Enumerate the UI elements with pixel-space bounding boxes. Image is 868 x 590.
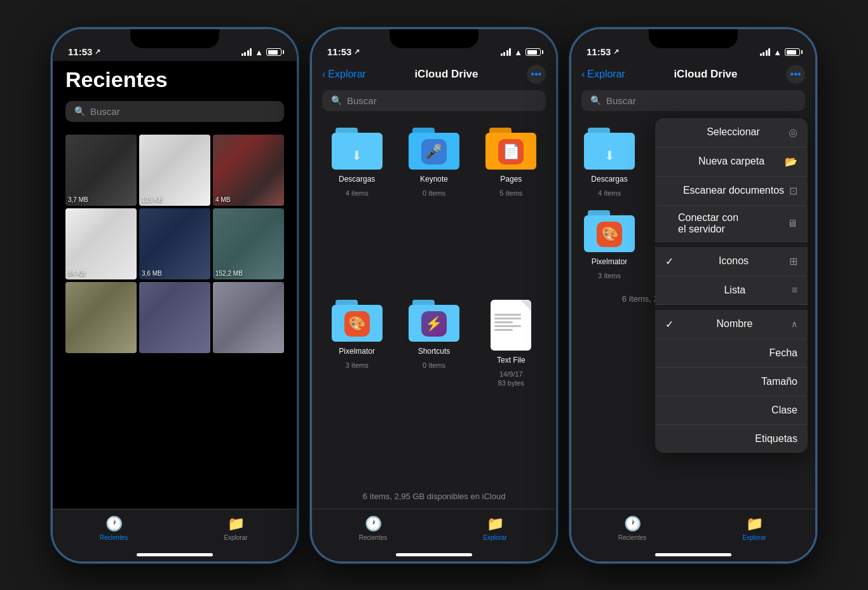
location-icon-2: ↗ <box>354 48 360 56</box>
battery-icon-3 <box>785 48 800 56</box>
storage-info-2: 6 ítems, 2,95 GB disponibles en iCloud <box>312 484 556 509</box>
folder-descargas-2[interactable]: ⬇ Descargas 4 ítems <box>325 128 389 287</box>
menu-item-nueva-carpeta[interactable]: Nueva carpeta 📂 <box>655 147 808 177</box>
size-5: 3,6 MB <box>142 270 162 277</box>
recientes-grid: 3,7 MB 115 KB 4 MB 84 KB <box>65 135 284 353</box>
pages-app-icon-2: 📄 <box>498 139 524 164</box>
recientes-item-2[interactable]: 115 KB <box>139 135 210 206</box>
folder-icon-pixelmator-2: 🎨 <box>332 300 383 342</box>
menu-item-iconos[interactable]: ✓ Iconos ⊞ <box>655 247 808 276</box>
folder-meta-pixelmator-2: 3 ítems <box>346 361 369 370</box>
menu-item-etiquetas[interactable]: Etiquetas <box>655 425 808 453</box>
menu-label-fecha: Fecha <box>770 347 797 359</box>
folder-keynote-2[interactable]: 🎤 Keynote 0 ítems <box>402 128 466 287</box>
dropdown-overlay: Seleccionar ◎ Nueva carpeta 📂 Escanear d… <box>571 61 815 509</box>
tab-recientes-2[interactable]: 🕐 Recientes <box>312 516 434 541</box>
notch-3 <box>649 29 738 48</box>
notch-1 <box>130 29 219 48</box>
files-grid-2: ⬇ Descargas 4 ítems 🎤 <box>312 121 556 484</box>
tab-label-explorar-1: Explorar <box>224 534 247 541</box>
search-bar-2[interactable]: 🔍 Buscar <box>322 90 546 111</box>
time-1: 11:53 <box>68 46 92 57</box>
file-corner-2 <box>520 300 531 311</box>
menu-label-lista: Lista <box>724 285 745 296</box>
folder-meta-descargas-2: 4 ítems <box>346 189 369 198</box>
menu-item-lista[interactable]: Lista ≡ <box>655 276 808 305</box>
signal-1 <box>241 48 252 56</box>
search-bar-1[interactable]: 🔍 Buscar <box>65 101 284 122</box>
menu-label-iconos: Iconos <box>719 255 749 267</box>
nav-title-2: iCloud Drive <box>414 68 478 81</box>
recientes-item-9[interactable] <box>213 282 284 353</box>
menu-item-conectar[interactable]: Conectar conel servidor 🖥 <box>655 206 808 242</box>
file-name-text-2: Text File <box>497 356 526 365</box>
tab-recientes-1[interactable]: 🕐 Recientes <box>53 516 175 541</box>
recientes-item-5[interactable]: 3,6 MB <box>139 208 210 279</box>
folder-plus-icon: 📂 <box>785 156 797 168</box>
search-icon-1: 🔍 <box>74 106 85 116</box>
size-3: 4 MB <box>215 196 230 203</box>
check-iconos: ✓ <box>665 255 678 267</box>
size-2: 115 KB <box>142 196 163 203</box>
tab-explorar-3[interactable]: 📁 Explorar <box>693 516 815 541</box>
folder-shortcuts-2[interactable]: ⚡ Shortcuts 0 ítems <box>402 300 466 478</box>
menu-separator-2 <box>655 305 808 310</box>
more-button-2[interactable]: ••• <box>527 65 546 84</box>
folder-pixelmator-2[interactable]: 🎨 Pixelmator 3 ítems <box>325 300 389 478</box>
server-icon: 🖥 <box>787 218 797 229</box>
text-file-icon-2 <box>491 300 531 351</box>
ellipsis-icon-2: ••• <box>531 69 542 80</box>
folder-icon-shortcuts-2: ⚡ <box>409 300 459 342</box>
tab-explorar-2[interactable]: 📁 Explorar <box>434 516 556 541</box>
folder-name-keynote-2: Keynote <box>420 175 448 184</box>
folder-icon-tab-1: 📁 <box>227 516 245 532</box>
recientes-item-3[interactable]: 4 MB <box>213 135 284 206</box>
dropdown-menu: Seleccionar ◎ Nueva carpeta 📂 Escanear d… <box>655 118 808 453</box>
folder-pages-2[interactable]: 📄 Pages 5 ítems <box>479 128 543 287</box>
grid-icon: ⊞ <box>789 255 797 267</box>
menu-item-fecha[interactable]: Fecha <box>655 339 808 368</box>
recientes-item-7[interactable] <box>65 282 137 353</box>
recientes-item-4[interactable]: 84 KB <box>65 208 137 279</box>
menu-item-tamano[interactable]: Tamaño <box>655 368 808 396</box>
chevron-back-icon-2: ‹ <box>322 69 325 80</box>
list-icon: ≡ <box>792 285 797 296</box>
phone-1: 11:53 ↗ ▲ Reci <box>51 27 299 563</box>
nav-bar-2: ‹ Explorar iCloud Drive ••• <box>312 61 556 90</box>
menu-item-escanear[interactable]: Escanear documentos ⊡ <box>655 177 808 206</box>
keynote-app-icon-2: 🎤 <box>421 139 447 164</box>
search-placeholder-2: Buscar <box>347 95 377 106</box>
location-icon-3: ↗ <box>613 48 619 56</box>
menu-label-etiquetas: Etiquetas <box>755 433 797 445</box>
time-2: 11:53 <box>327 46 351 57</box>
menu-label-nueva-carpeta: Nueva carpeta <box>698 156 764 167</box>
recientes-item-8[interactable] <box>139 282 210 353</box>
recientes-screen: Recientes 🔍 Buscar 3,7 MB 115 KB <box>53 61 297 509</box>
checkmark-circle-icon: ◎ <box>789 126 797 138</box>
clock-icon-1: 🕐 <box>105 516 123 532</box>
tab-explorar-1[interactable]: 📁 Explorar <box>175 516 297 541</box>
size-6: 152,2 MB <box>215 270 243 277</box>
tab-recientes-3[interactable]: 🕐 Recientes <box>571 516 693 541</box>
wifi-icon-1: ▲ <box>255 48 263 57</box>
folder-name-pixelmator-2: Pixelmator <box>339 347 375 356</box>
signal-3 <box>760 48 771 56</box>
size-1: 3,7 MB <box>68 196 88 203</box>
menu-item-seleccionar[interactable]: Seleccionar ◎ <box>655 118 808 147</box>
recientes-item-6[interactable]: 152,2 MB <box>213 208 284 279</box>
battery-icon-1 <box>266 48 281 56</box>
chevron-up-icon: ∧ <box>791 319 797 329</box>
file-text-2[interactable]: Text File 14/9/1783 bytes <box>479 300 543 478</box>
clock-icon-3: 🕐 <box>624 516 641 532</box>
menu-item-nombre[interactable]: ✓ Nombre ∧ <box>655 310 808 339</box>
menu-label-tamano: Tamaño <box>761 376 797 387</box>
phones-container: 11:53 ↗ ▲ Reci <box>38 15 830 576</box>
check-nombre: ✓ <box>665 318 678 330</box>
wifi-icon-2: ▲ <box>514 48 522 57</box>
location-icon-1: ↗ <box>95 48 100 56</box>
recientes-item-1[interactable]: 3,7 MB <box>65 135 137 206</box>
wifi-icon-3: ▲ <box>773 48 782 57</box>
folder-icon-descargas-2: ⬇ <box>332 128 383 170</box>
menu-item-clase[interactable]: Clase <box>655 396 808 425</box>
back-button-2[interactable]: ‹ Explorar <box>322 69 366 80</box>
